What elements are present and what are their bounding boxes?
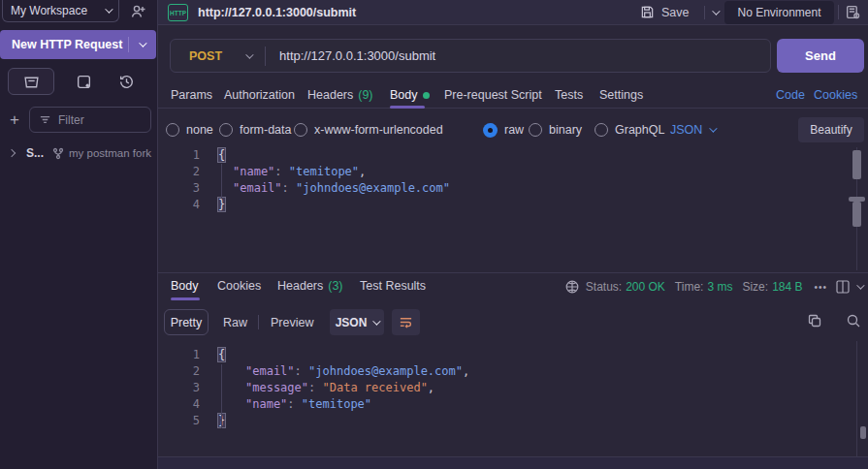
save-label: Save (661, 6, 690, 19)
method-selector[interactable]: POST (171, 49, 222, 63)
tab-headers[interactable]: Headers (9) (307, 82, 373, 108)
tab-settings[interactable]: Settings (599, 82, 643, 108)
response-tab-test-results[interactable]: Test Results (360, 273, 426, 298)
fork-label: my postman fork (69, 147, 151, 159)
chevron-down-icon (139, 39, 146, 47)
tab-authorization[interactable]: Authorization (224, 82, 295, 108)
environment-selector[interactable]: No Environment (724, 1, 834, 24)
response-body-viewer[interactable]: 1 { 2 "email": "johndoes@example.com", 3… (158, 341, 868, 456)
tab-tests[interactable]: Tests (555, 82, 583, 108)
globe-icon (564, 279, 580, 295)
cookies-link[interactable]: Cookies (814, 82, 857, 108)
chevron-down-icon (105, 5, 113, 13)
response-view-row: Pretty Raw Preview JSON (158, 305, 868, 340)
url-input[interactable]: http://127.0.0.1:3000/submit (266, 48, 770, 63)
plus-icon[interactable]: + (4, 107, 25, 133)
response-headers-count: (3) (328, 279, 342, 293)
chevron-down-icon[interactable] (856, 281, 864, 289)
response-tab-cookies[interactable]: Cookies (217, 273, 261, 298)
new-http-request-button[interactable]: New HTTP Request (0, 30, 156, 59)
split-pane-icon[interactable] (835, 279, 851, 295)
time-value: 3 ms (707, 280, 732, 294)
scrollbar-thumb[interactable] (860, 426, 866, 439)
invite-user-icon[interactable] (129, 3, 148, 20)
copy-icon[interactable] (807, 313, 822, 328)
view-preview-button[interactable]: Preview (271, 305, 313, 339)
active-tab-underline (171, 297, 200, 300)
scrollbar-track[interactable] (856, 341, 857, 456)
beautify-button[interactable]: Beautify (798, 117, 864, 142)
code-line: 3 "message": "Data received", (158, 380, 868, 396)
collection-row[interactable]: S... my postman fork (0, 143, 158, 163)
code-link[interactable]: Code (776, 82, 805, 108)
url-bar: POST http://127.0.0.1:3000/submit (170, 39, 771, 73)
view-raw-button[interactable]: Raw (223, 305, 247, 339)
collections-icon (23, 74, 40, 90)
request-tab[interactable]: http://127.0.0.1:3000/submit (198, 0, 356, 24)
mode-x-www-form-urlencoded[interactable]: x-www-form-urlencoded (294, 114, 443, 145)
fork-icon (52, 147, 64, 160)
wrap-lines-button[interactable] (392, 309, 420, 335)
save-button[interactable]: Save (640, 0, 718, 24)
chevron-down-icon[interactable] (245, 50, 253, 58)
search-icon[interactable] (846, 313, 861, 328)
code-line: 2 "name": "temitope", (158, 164, 868, 180)
code-line: 3 "email": "johndoes@example.com" (158, 180, 868, 197)
http-method-icon: HTTP (168, 4, 188, 21)
divider (258, 315, 259, 329)
history-tab-button[interactable] (111, 68, 142, 95)
mode-graphql[interactable]: GraphQL (595, 114, 664, 145)
radio-icon (219, 123, 233, 137)
radio-selected-icon (483, 123, 498, 138)
response-language-selector[interactable]: JSON (330, 309, 384, 335)
tab-body[interactable]: Body (390, 82, 430, 108)
chevron-down-icon[interactable] (712, 7, 720, 15)
code-line: 1 { (158, 145, 868, 164)
collections-tab-button[interactable] (8, 68, 54, 95)
mode-raw[interactable]: raw (483, 114, 524, 145)
filter-icon (39, 113, 51, 126)
code-line: 2 "email": "johndoes@example.com", (158, 363, 868, 380)
radio-icon (529, 123, 542, 137)
wrap-lines-icon (399, 315, 413, 329)
code-line: 1 { (158, 341, 868, 363)
indent-guide (221, 164, 222, 199)
request-body-editor[interactable]: 1 { 2 "name": "temitope", 3 "email": "jo… (158, 145, 868, 272)
filter-input[interactable] (58, 113, 136, 127)
chevron-right-icon (8, 149, 16, 157)
send-button[interactable]: Send (777, 39, 864, 73)
view-pretty-button[interactable]: Pretty (164, 309, 209, 335)
scrollbar-mark[interactable] (852, 202, 861, 227)
time-label: Time: (675, 280, 704, 294)
indent-guide (221, 364, 222, 428)
code-line: 4 "name": "temitope" (158, 396, 868, 413)
workspace-switcher[interactable]: My Workspace (2, 0, 119, 22)
response-tab-headers[interactable]: Headers (3) (277, 273, 343, 298)
chevron-down-icon (373, 317, 381, 325)
environments-icon (76, 74, 92, 90)
history-icon (118, 74, 135, 90)
active-tab-underline (390, 106, 425, 109)
sidebar: My Workspace New HTTP Request (0, 0, 158, 469)
scrollbar-thumb[interactable] (852, 150, 861, 179)
mode-form-data[interactable]: form-data (219, 114, 292, 145)
tab-params[interactable]: Params (171, 82, 212, 108)
language-selector[interactable]: JSON (670, 114, 715, 145)
size-value: 184 B (772, 280, 802, 294)
more-actions-icon[interactable]: ••• (814, 282, 827, 293)
response-tab-body[interactable]: Body (171, 273, 199, 298)
environment-quick-look-icon[interactable] (845, 4, 861, 20)
mode-binary[interactable]: binary (529, 114, 582, 145)
collection-name: S... (26, 146, 44, 160)
postman-app: My Workspace New HTTP Request (0, 0, 868, 469)
headers-count-badge: (9) (358, 88, 372, 102)
code-line: 4 } (158, 197, 868, 213)
filter-field[interactable] (29, 107, 151, 133)
environments-tab-button[interactable] (68, 68, 99, 95)
body-mode-row: none form-data x-www-form-urlencoded raw… (158, 114, 868, 145)
status-label: Status: (586, 280, 622, 294)
tab-pre-request-script[interactable]: Pre-request Script (444, 82, 542, 108)
mode-none[interactable]: none (166, 114, 213, 145)
topbar: HTTP http://127.0.0.1:3000/submit Save N… (158, 0, 868, 25)
status-value: 200 OK (626, 280, 665, 294)
